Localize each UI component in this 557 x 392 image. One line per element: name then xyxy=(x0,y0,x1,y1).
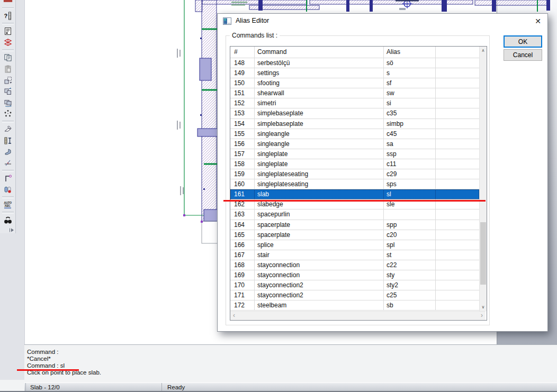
col-header-command[interactable]: Command xyxy=(255,47,384,58)
cell-extra xyxy=(436,139,479,149)
scroll-down-icon[interactable]: ∨ xyxy=(480,303,487,311)
dimension-icon[interactable] xyxy=(1,135,15,145)
table-row[interactable]: 172steelbeamsb xyxy=(230,300,479,311)
table-row[interactable]: 158singleplatec11 xyxy=(230,159,479,169)
cell-alias: sty xyxy=(384,270,436,280)
command-console[interactable]: Command :*Cancel*Command : slClick on po… xyxy=(24,344,557,380)
vertical-scrollbar-thumb[interactable] xyxy=(480,222,486,285)
cell-number: 169 xyxy=(230,270,255,280)
table-row[interactable]: 163spacepurlin xyxy=(230,209,479,220)
find-icon[interactable] xyxy=(1,215,15,225)
col-header-alias[interactable]: Alias xyxy=(384,47,436,58)
cell-extra xyxy=(436,260,479,270)
scroll-right-icon[interactable]: › xyxy=(478,312,486,320)
table-row[interactable]: 155singleanglec45 xyxy=(230,129,479,139)
table-row[interactable]: 157singleplatessp xyxy=(230,149,479,159)
cell-command: splice xyxy=(255,240,384,250)
cell-command: singleplate xyxy=(255,159,384,169)
cell-extra xyxy=(436,189,479,199)
cell-alias: ssp xyxy=(384,149,436,159)
cell-extra xyxy=(436,159,479,169)
cell-extra xyxy=(436,129,479,139)
table-row[interactable]: 170stayconnection2sty2 xyxy=(230,280,479,290)
table-row[interactable]: 168stayconnectionc22 xyxy=(230,260,479,270)
cell-extra xyxy=(436,98,479,108)
svg-text:AUTO: AUTO xyxy=(4,201,12,204)
status-mode-panel: Slab - 12/0 xyxy=(25,383,162,391)
cell-extra xyxy=(436,58,479,68)
table-row[interactable]: 148serbestölçüsö xyxy=(230,58,479,68)
cell-alias: st xyxy=(384,250,436,260)
table-row[interactable]: 150sfootingsf xyxy=(230,78,479,88)
offset-icon[interactable] xyxy=(1,174,15,184)
report-icon[interactable] xyxy=(1,26,15,37)
table-row[interactable]: 153simplebaseplatec35 xyxy=(230,108,479,118)
cell-alias: sty2 xyxy=(384,280,436,290)
move-object-icon[interactable] xyxy=(1,98,15,108)
cell-alias: c29 xyxy=(384,169,436,179)
table-row[interactable]: 166splicespl xyxy=(230,240,479,250)
cell-command: spacerplate xyxy=(255,220,384,230)
table-row[interactable]: 152simetrisi xyxy=(230,98,479,108)
table-row[interactable]: 159singleplateseatingc29 xyxy=(230,169,479,179)
cell-extra xyxy=(436,300,479,310)
rotate-object-icon[interactable] xyxy=(1,75,15,85)
trim-icon[interactable] xyxy=(1,158,15,168)
copy-object-icon[interactable] xyxy=(1,86,15,96)
toolbar-expand-icon[interactable] xyxy=(1,227,15,233)
cell-alias: c11 xyxy=(384,159,436,169)
cell-number: 168 xyxy=(230,260,255,270)
alias-editor-dialog: Alias Editor ✕ Commands list : # Command… xyxy=(217,13,548,332)
dialog-title-bar[interactable]: Alias Editor ✕ xyxy=(218,14,547,28)
cell-command: singleplateseating xyxy=(255,169,384,179)
left-dock: ?AUTOABC xyxy=(0,0,25,392)
dialog-app-icon xyxy=(223,17,231,25)
erase-icon[interactable] xyxy=(1,124,15,134)
cancel-button[interactable]: Cancel xyxy=(504,49,542,61)
vertical-toolbar: ?AUTOABC xyxy=(0,0,16,233)
cell-extra xyxy=(436,68,479,78)
table-row[interactable]: 171stayconnection2c25 xyxy=(230,290,479,300)
cell-alias xyxy=(384,209,436,219)
col-header-number[interactable]: # xyxy=(230,47,255,58)
table-row[interactable]: 160singleplateseatingsps xyxy=(230,179,479,189)
steel-profile-icon[interactable] xyxy=(1,147,15,157)
cell-alias: sb xyxy=(384,300,436,310)
paste-icon[interactable] xyxy=(1,64,15,74)
table-row[interactable]: 154simplebaseplatesimbp xyxy=(230,119,479,129)
toolbar-separator xyxy=(2,49,14,51)
table-row[interactable]: 149settingss xyxy=(230,68,479,78)
ok-button[interactable]: OK xyxy=(504,35,542,48)
cell-number: 155 xyxy=(230,129,255,139)
cell-command: singleplate xyxy=(255,149,384,159)
toolbar-separator xyxy=(2,121,14,123)
table-row[interactable]: 165spacerplatec20 xyxy=(230,230,479,240)
close-icon[interactable]: ✕ xyxy=(533,16,543,26)
materials-icon[interactable] xyxy=(1,185,15,195)
copy-icon[interactable] xyxy=(1,53,15,63)
col-header-extra[interactable] xyxy=(436,47,479,58)
cell-number: 170 xyxy=(230,280,255,290)
status-bar: Slab - 12/0 Ready xyxy=(0,380,557,392)
cell-alias: sö xyxy=(384,58,436,68)
cell-number: 148 xyxy=(230,58,255,68)
table-header-row: # Command Alias xyxy=(230,47,479,58)
vertical-scrollbar[interactable]: ∧ ∨ xyxy=(479,47,487,311)
partial-tool-icon[interactable] xyxy=(1,0,15,6)
cell-number: 160 xyxy=(230,179,255,189)
storey-view-icon[interactable] xyxy=(1,38,15,48)
table-row[interactable]: 151shearwallsw xyxy=(230,88,479,98)
query-measure-icon[interactable]: ? xyxy=(1,11,15,21)
scroll-left-icon[interactable]: ‹ xyxy=(230,312,238,320)
table-row[interactable]: 169stayconnectionsty xyxy=(230,270,479,280)
table-row[interactable]: 156singleanglesa xyxy=(230,139,479,149)
polar-array-icon[interactable] xyxy=(1,109,15,119)
table-row-selected[interactable]: 161slabsl xyxy=(230,189,479,199)
table-row[interactable]: 164spacerplatespp xyxy=(230,220,479,230)
table-row[interactable]: 167stairst xyxy=(230,250,479,260)
cell-extra xyxy=(436,280,479,290)
horizontal-scrollbar[interactable]: ‹ › xyxy=(230,311,486,320)
auto-label-icon[interactable]: AUTOABC xyxy=(1,200,15,210)
scroll-up-icon[interactable]: ∧ xyxy=(480,47,487,54)
cell-extra xyxy=(436,290,479,300)
